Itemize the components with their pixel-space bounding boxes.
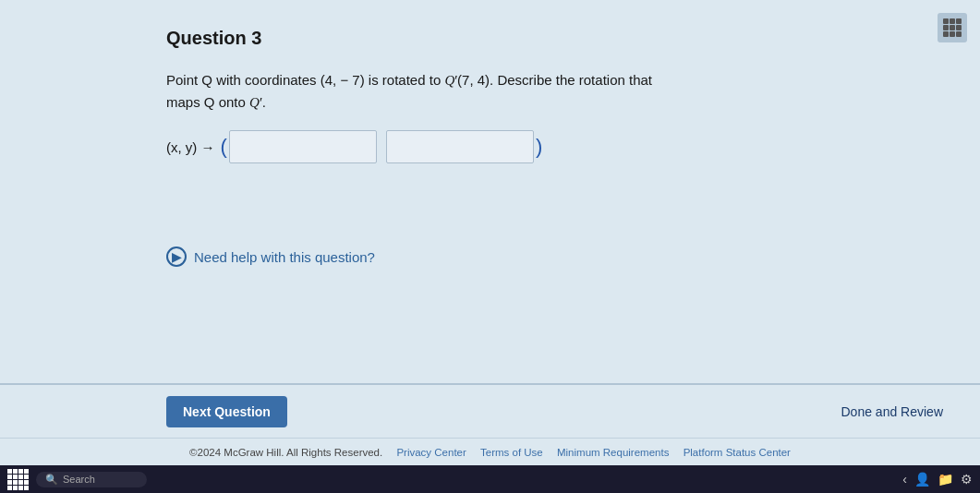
- help-text: Need help with this question?: [194, 249, 375, 265]
- question-body: Point Q with coordinates (4, − 7) is rot…: [166, 69, 652, 114]
- done-review-label[interactable]: Done and Review: [841, 404, 943, 419]
- grid-icon: [943, 18, 962, 37]
- windows-start-icon[interactable]: [7, 469, 29, 490]
- taskbar-back-icon[interactable]: ‹: [902, 472, 907, 487]
- taskbar-right: ‹ 👤 📁 ⚙: [902, 472, 973, 487]
- answer-input-2[interactable]: [386, 130, 534, 163]
- copyright-text: ©2024 McGraw Hill. All Rights Reserved.: [189, 447, 382, 458]
- taskbar-search-bar[interactable]: 🔍 Search: [36, 472, 147, 487]
- comma-separator: [379, 135, 384, 159]
- footer: ©2024 McGraw Hill. All Rights Reserved. …: [0, 438, 980, 465]
- question-text-line1: Point Q with coordinates (4, − 7) is rot…: [166, 72, 652, 88]
- sep4: [674, 447, 677, 458]
- taskbar: 🔍 Search ‹ 👤 📁 ⚙: [0, 465, 980, 493]
- question-title: Question 3: [166, 28, 261, 49]
- input-label: (x, y) →: [166, 139, 215, 155]
- platform-status-link[interactable]: Platform Status Center: [684, 447, 791, 458]
- question-text-line2: maps Q onto Q′.: [166, 94, 266, 110]
- sep1: [388, 447, 391, 458]
- open-paren: (: [221, 135, 227, 159]
- terms-link[interactable]: Terms of Use: [480, 447, 543, 458]
- taskbar-settings-icon[interactable]: ⚙: [961, 472, 973, 487]
- input-row: (x, y) → ( ): [166, 130, 542, 163]
- taskbar-system-icons: ‹ 👤 📁 ⚙: [902, 472, 973, 487]
- taskbar-search-text: Search: [63, 474, 95, 485]
- answer-input-1[interactable]: [229, 130, 377, 163]
- close-paren: ): [536, 135, 542, 159]
- help-circle-icon: ▶: [166, 246, 187, 267]
- search-icon: 🔍: [45, 474, 58, 486]
- bottom-bar: Next Question Done and Review: [0, 384, 980, 438]
- taskbar-folder-icon[interactable]: 📁: [938, 472, 953, 487]
- sep2: [472, 447, 475, 458]
- privacy-link[interactable]: Privacy Center: [396, 447, 466, 458]
- next-question-button[interactable]: Next Question: [166, 396, 287, 427]
- corner-button[interactable]: [938, 13, 967, 42]
- sep3: [549, 447, 551, 458]
- help-row[interactable]: ▶ Need help with this question?: [166, 246, 375, 267]
- taskbar-person-icon[interactable]: 👤: [914, 472, 930, 487]
- taskbar-start[interactable]: [7, 469, 29, 490]
- main-content: Question 3 Point Q with coordinates (4, …: [0, 0, 980, 438]
- minimum-req-link[interactable]: Minimum Requirements: [557, 447, 669, 458]
